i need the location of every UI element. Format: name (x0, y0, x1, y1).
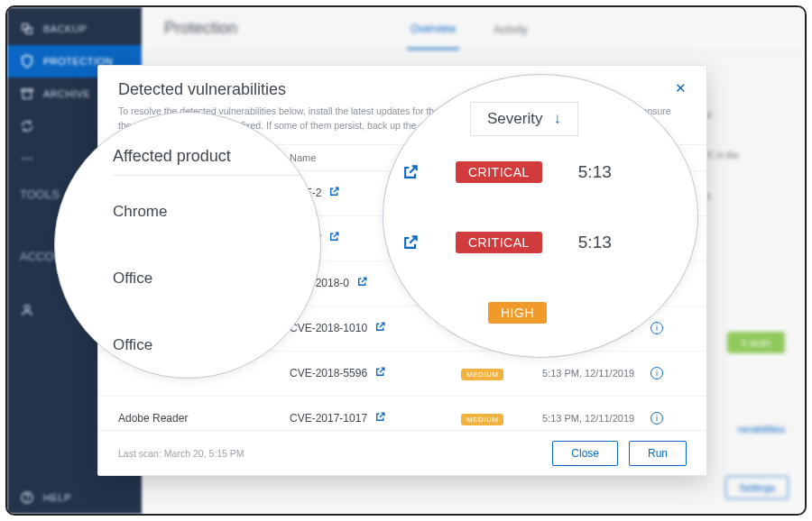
dots-icon (20, 151, 34, 166)
sidebar-item-backup[interactable]: BACKUP (7, 13, 143, 45)
settings-button[interactable]: Settings (725, 476, 789, 499)
zoom-lens-severity: Severity ↓ CRITICAL 5:13 CRITICAL 5:13 H… (383, 74, 698, 358)
svg-point-7 (24, 306, 29, 310)
external-link-icon[interactable] (374, 366, 386, 380)
info-icon[interactable]: i (651, 367, 663, 379)
table-row[interactable]: Adobe ReaderCVE-2017-1017 MEDIUM5:13 PM,… (98, 397, 706, 431)
backup-icon (20, 22, 34, 36)
cell-detected: 5:13 PM, 12/11/2019 (542, 413, 651, 424)
sidebar-label: ARCHIVE (43, 88, 90, 99)
zoom-header-product: Affected product (113, 147, 311, 176)
zoom-time: 5:13 (578, 162, 612, 182)
sidebar-label: BACKUP (43, 23, 87, 34)
zoom-product-item: Chrome (113, 203, 167, 221)
cell-detected: 5:13 PM, 12/11/2019 (542, 368, 651, 379)
scan-button-bg[interactable]: k scan (727, 332, 785, 353)
cell-severity: MEDIUM (461, 412, 542, 425)
external-link-icon[interactable] (374, 411, 386, 425)
severity-badge: MEDIUM (461, 414, 503, 425)
external-link-icon[interactable] (328, 186, 340, 200)
cell-info[interactable]: i (651, 322, 687, 334)
severity-badge: HIGH (488, 302, 547, 324)
severity-badge: CRITICAL (456, 161, 542, 183)
severity-badge: MEDIUM (461, 369, 503, 380)
sidebar-label: HELP (43, 492, 71, 503)
last-scan-label: Last scan: March 20, 5:15 PM (118, 448, 245, 459)
zoom-header-severity: Severity ↓ (470, 102, 578, 136)
user-icon (20, 303, 34, 317)
sync-icon (20, 119, 34, 133)
cell-severity: MEDIUM (461, 367, 542, 380)
svg-point-4 (22, 158, 23, 160)
help-icon (20, 490, 34, 505)
info-icon[interactable]: i (651, 412, 663, 425)
shield-icon (20, 54, 34, 69)
close-icon[interactable]: ✕ (675, 80, 687, 96)
sidebar-item-help[interactable]: HELP (7, 481, 143, 514)
info-icon[interactable]: i (651, 322, 663, 334)
zoom-product-item: Office (113, 270, 152, 288)
archive-icon (20, 87, 34, 101)
external-link-icon[interactable] (374, 321, 386, 335)
sort-down-icon: ↓ (553, 110, 561, 128)
zoom-lens-products: Affected product Chrome Office Office (54, 112, 321, 379)
tab-activity[interactable]: Activity (490, 9, 531, 49)
modal-title: Detected vulnerabilities (118, 80, 286, 99)
cell-cve: CVE-2018-5596 (290, 366, 461, 380)
zoom-product-item: Office (113, 336, 152, 354)
svg-point-9 (27, 500, 28, 501)
severity-badge: CRITICAL (456, 232, 542, 253)
external-link-icon[interactable] (328, 231, 340, 245)
run-button[interactable]: Run (629, 441, 687, 466)
close-button[interactable]: Close (552, 441, 618, 466)
svg-point-5 (26, 158, 28, 160)
svg-point-6 (31, 158, 32, 160)
external-link-icon[interactable] (401, 163, 420, 181)
zoom-time: 5:13 (578, 233, 612, 252)
cell-product: Adobe Reader (118, 412, 290, 425)
cell-cve: CVE-2017-1017 (290, 411, 461, 425)
vuln-link-bg[interactable]: nerabilities (737, 424, 785, 434)
external-link-icon[interactable] (356, 276, 368, 290)
cell-info[interactable]: i (651, 412, 687, 425)
page-title: Protection (164, 19, 237, 38)
svg-rect-3 (23, 91, 31, 98)
external-link-icon[interactable] (401, 233, 420, 251)
cell-cve: CVE-2018-1010 (290, 321, 461, 335)
cell-info[interactable]: i (651, 367, 687, 379)
tab-overview[interactable]: Overview (407, 8, 459, 50)
